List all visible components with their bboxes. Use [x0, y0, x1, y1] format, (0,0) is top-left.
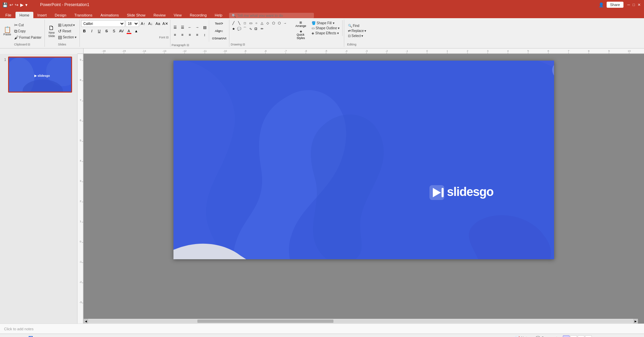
arc-shape[interactable]: ⌒ [242, 26, 248, 31]
text-direction-button[interactable]: Text⟳ [211, 20, 228, 27]
notes-area[interactable]: Click to add notes [0, 324, 644, 334]
curve-shape[interactable]: ∿ [248, 26, 253, 31]
replace-button[interactable]: ⇄ Replace ▾ [347, 29, 367, 33]
reading-view-button[interactable]: 📖 [578, 335, 584, 337]
new-slide-button[interactable]: 🗋 New Slide [47, 24, 56, 38]
star-shape[interactable]: ★ [231, 26, 236, 31]
find-button[interactable]: 🔍 Find [347, 24, 367, 28]
freeform-shape[interactable]: ⛋ [254, 26, 259, 31]
align-left-button[interactable]: ≡ [172, 31, 179, 38]
diamond-shape[interactable]: ◇ [265, 20, 270, 26]
slide-sorter-button[interactable]: ⊟ [570, 335, 577, 337]
underline-button[interactable]: U [96, 28, 103, 34]
font-size-select[interactable]: 18 [126, 20, 139, 27]
decrease-indent-button[interactable]: ← [187, 24, 193, 31]
tab-file[interactable]: File [1, 12, 15, 18]
rect-shape[interactable]: □ [242, 20, 248, 26]
tab-help[interactable]: Help [211, 12, 227, 18]
select-button[interactable]: ⊡ Select ▾ [347, 34, 367, 38]
slide-canvas[interactable]: slidesgo [173, 61, 554, 259]
comments-button[interactable]: 💬 Comments [535, 336, 560, 337]
close-icon[interactable]: ✕ [638, 3, 641, 7]
tab-home[interactable]: Home [15, 12, 33, 18]
triangle-shape[interactable]: △ [259, 20, 265, 26]
paste-button[interactable]: 📋 Paste [2, 26, 12, 37]
shrink-font-button[interactable]: A↓ [147, 20, 154, 27]
shadow-button[interactable]: S [111, 28, 118, 34]
normal-view-button[interactable]: ⊞ [563, 335, 570, 337]
columns-button[interactable]: ▤ [201, 24, 208, 31]
canvas-area[interactable]: slidesgo ◀ ▶ [84, 54, 644, 324]
shape-fill-button[interactable]: 🪣 Shape Fill ▾ [311, 21, 340, 25]
clipboard-expand-icon[interactable]: ⊟ [28, 43, 30, 46]
copy-button[interactable]: ⧉ Copy [13, 28, 42, 34]
tab-review[interactable]: Review [150, 12, 170, 18]
tab-view[interactable]: View [170, 12, 186, 18]
oval-shape[interactable]: ○ [254, 20, 259, 26]
bold-button[interactable]: B [81, 28, 88, 34]
line-spacing-button[interactable]: ↕ [201, 31, 208, 38]
tab-recording[interactable]: Recording [186, 12, 211, 18]
select-dropdown[interactable]: ▾ [361, 34, 363, 38]
line-shape[interactable]: ╱ [231, 20, 236, 26]
highlight-button[interactable]: ▲ [133, 28, 140, 34]
section-button[interactable]: ▤ Section ▾ [57, 34, 77, 40]
italic-button[interactable]: I [89, 28, 95, 34]
tab-transitions[interactable]: Transitions [70, 12, 96, 18]
save-icon[interactable]: 💾 [2, 2, 8, 8]
layout-button[interactable]: ⊞ Layout ▾ [57, 22, 77, 28]
shape-effects-dropdown[interactable]: ▾ [337, 31, 339, 35]
scroll-right-button[interactable]: ▶ [633, 319, 638, 324]
scroll-left-button[interactable]: ◀ [84, 319, 88, 324]
accessibility-icon[interactable]: ♿ [27, 336, 34, 337]
notes-button[interactable]: 📝 Notes [514, 336, 532, 337]
share-button[interactable]: Share [607, 2, 623, 8]
rounded-rect-shape[interactable]: ▭ [248, 20, 253, 26]
minimize-icon[interactable]: ─ [627, 3, 630, 7]
search-input[interactable] [237, 13, 311, 18]
paragraph-expand-icon[interactable]: ⊟ [187, 43, 189, 47]
align-center-button[interactable]: ≡ [179, 31, 186, 38]
tab-animations[interactable]: Animations [96, 12, 123, 18]
bullets-button[interactable]: ☰ [172, 24, 179, 31]
language[interactable]: Spanish (Spain) [38, 336, 66, 337]
justify-button[interactable]: ≡ [194, 31, 201, 38]
slide-thumbnail-1[interactable]: ▶ slidesgo [8, 57, 72, 93]
strikethrough-button[interactable]: S [103, 28, 110, 34]
clear-format-button[interactable]: A✕ [162, 20, 169, 27]
zoom-out-button[interactable]: − [594, 336, 599, 337]
shape-fill-dropdown[interactable]: ▾ [333, 21, 334, 25]
tab-slideshow[interactable]: Slide Show [123, 12, 150, 18]
replace-dropdown[interactable]: ▾ [364, 29, 366, 33]
scroll-thumb[interactable] [197, 319, 334, 323]
pentagon-shape[interactable]: ⬠ [271, 20, 276, 26]
font-color-button[interactable]: A [126, 28, 132, 34]
format-painter-button[interactable]: 🖌 Format Painter [13, 35, 42, 40]
tab-design[interactable]: Design [51, 12, 70, 18]
present-icon[interactable]: ▶ [20, 2, 24, 8]
callout-shape[interactable]: 💬 [236, 26, 242, 31]
grow-font-button[interactable]: A↑ [140, 20, 147, 27]
arrow-shape[interactable]: → [282, 20, 288, 26]
user-icon[interactable]: 👤 [599, 2, 604, 7]
increase-indent-button[interactable]: → [194, 24, 201, 31]
slideshow-view-button[interactable]: ▶ [585, 335, 592, 337]
hexagon-shape[interactable]: ⬡ [277, 20, 282, 26]
numbering-button[interactable]: ☰ [179, 24, 186, 31]
undo-icon[interactable]: ↩ [9, 2, 13, 8]
dropdown-icon[interactable]: ▾ [25, 2, 28, 8]
zoom-in-button[interactable]: + [629, 336, 633, 337]
tab-insert[interactable]: Insert [33, 12, 51, 18]
scribble-shape[interactable]: ✏ [259, 26, 265, 31]
char-spacing-button[interactable]: AV [118, 28, 125, 34]
restore-icon[interactable]: □ [633, 3, 635, 7]
quick-styles-button[interactable]: ◈ Quick Styles [294, 29, 308, 40]
reset-button[interactable]: ↺ Reset [57, 28, 77, 34]
shape-outline-button[interactable]: ▭ Shape Outline ▾ [311, 26, 340, 30]
shape-outline-dropdown[interactable]: ▾ [338, 26, 340, 30]
arrange-button[interactable]: ⊞ Arrange [294, 20, 308, 28]
line2-shape[interactable]: ╲ [236, 20, 242, 26]
cut-button[interactable]: ✂ Cut [13, 22, 42, 28]
font-expand-icon[interactable]: ⊟ [166, 36, 169, 39]
change-case-button[interactable]: Aa [155, 20, 161, 27]
